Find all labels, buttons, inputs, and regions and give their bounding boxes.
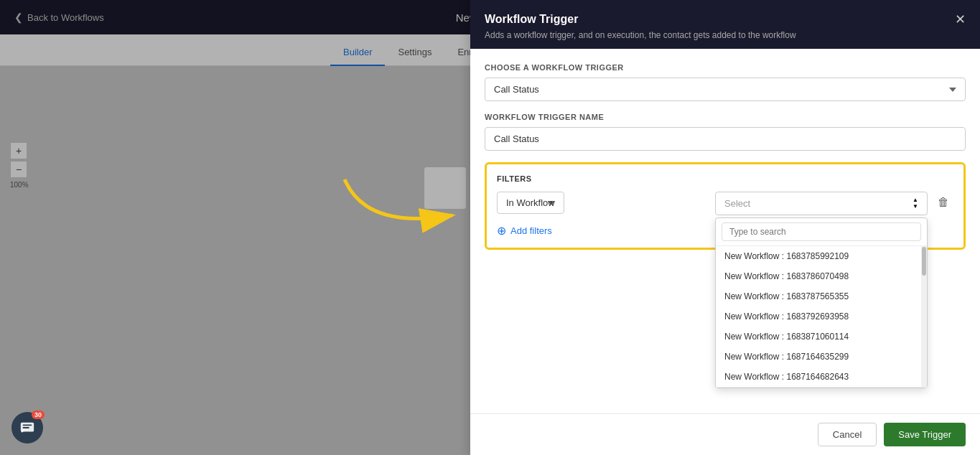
add-filter-icon: ⊕ xyxy=(497,224,506,238)
workflow-item-3[interactable]: New Workflow : 1683792693958 xyxy=(716,306,927,327)
trigger-name-input[interactable] xyxy=(485,127,966,151)
filter-value-container: Select ▲ ▼ New Workflow : 1683785992109 xyxy=(715,192,928,215)
workflow-item-0[interactable]: New Workflow : 1683785992109 xyxy=(716,246,927,266)
chat-badge: 30 xyxy=(32,411,45,419)
delete-filter-button[interactable]: 🗑 xyxy=(933,192,953,213)
panel-header: Workflow Trigger ✕ Adds a workflow trigg… xyxy=(470,0,980,49)
scrollbar-track[interactable] xyxy=(921,245,927,388)
dropdown-search-input[interactable] xyxy=(722,222,921,241)
filter-type-select[interactable]: In Workflow xyxy=(497,192,564,214)
filter-value-placeholder: Select xyxy=(724,198,913,209)
filters-label: FILTERS xyxy=(497,174,953,183)
panel-subtitle: Adds a workflow trigger, and on executio… xyxy=(485,30,966,40)
trigger-name-label: WORKFLOW TRIGGER NAME xyxy=(485,113,966,121)
workflow-item-1[interactable]: New Workflow : 1683786070498 xyxy=(716,266,927,286)
trigger-type-select[interactable]: Call Status xyxy=(485,78,966,101)
side-panel: Workflow Trigger ✕ Adds a workflow trigg… xyxy=(470,0,980,455)
workflow-item-2[interactable]: New Workflow : 1683787565355 xyxy=(716,286,927,306)
save-trigger-button[interactable]: Save Trigger xyxy=(884,423,966,446)
workflow-dropdown: New Workflow : 1683785992109 New Workflo… xyxy=(715,217,928,388)
add-filter-label: Add filters xyxy=(510,225,552,236)
workflow-item-5[interactable]: New Workflow : 1687164635299 xyxy=(716,347,927,367)
select-arrows-icon: ▲ ▼ xyxy=(913,197,918,210)
panel-body: CHOOSE A WORKFLOW TRIGGER Call Status WO… xyxy=(470,49,980,413)
choose-trigger-label: CHOOSE A WORKFLOW TRIGGER xyxy=(485,63,966,72)
search-wrap xyxy=(716,218,927,246)
chat-widget[interactable]: 30 xyxy=(11,412,43,444)
dropdown-items: New Workflow : 1683785992109 New Workflo… xyxy=(716,246,927,388)
filter-value-select[interactable]: Select ▲ ▼ xyxy=(715,192,928,215)
panel-title: Workflow Trigger xyxy=(485,13,578,26)
workflow-item-6[interactable]: New Workflow : 1687164682643 xyxy=(716,367,927,388)
chat-icon xyxy=(19,420,35,436)
scrollbar-thumb xyxy=(922,247,926,276)
panel-close-button[interactable]: ✕ xyxy=(955,11,966,27)
workflow-item-4[interactable]: New Workflow : 1683871060114 xyxy=(716,327,927,347)
panel-footer: Cancel Save Trigger xyxy=(470,413,980,455)
cancel-button[interactable]: Cancel xyxy=(818,423,877,446)
filter-row: In Workflow Select ▲ ▼ xyxy=(497,192,953,215)
filters-section: FILTERS In Workflow Select ▲ ▼ xyxy=(485,162,966,250)
